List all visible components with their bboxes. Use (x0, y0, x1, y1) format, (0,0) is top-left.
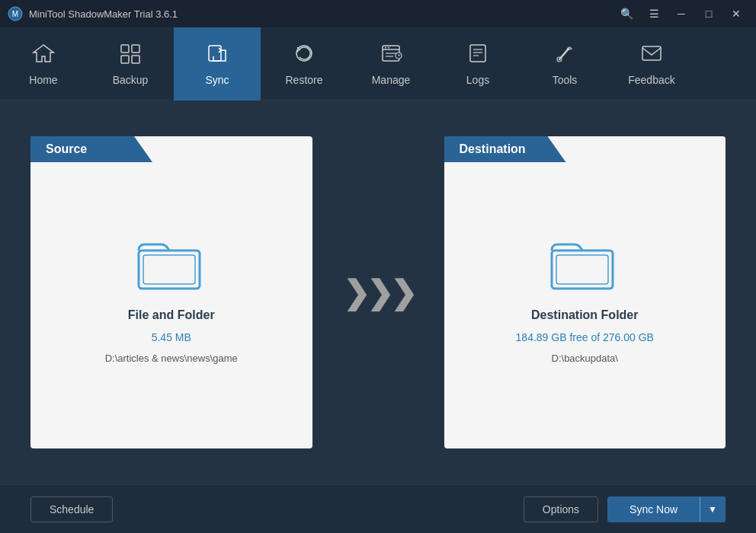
dropdown-arrow-icon: ▼ (708, 504, 717, 515)
logs-icon (466, 43, 489, 68)
svg-rect-25 (552, 251, 613, 289)
destination-free: 184.89 GB free of 276.00 GB (516, 331, 654, 343)
home-icon (32, 43, 55, 68)
nav-item-feedback[interactable]: Feedback (608, 27, 695, 101)
source-size: 5.45 MB (152, 331, 191, 343)
search-icon: 🔍 (620, 8, 633, 20)
close-icon: ✕ (732, 8, 741, 20)
nav-item-home[interactable]: Home (0, 27, 87, 101)
bottombar: Schedule Options Sync Now ▼ (0, 484, 756, 533)
sync-now-button[interactable]: Sync Now (607, 496, 700, 522)
nav-item-restore[interactable]: Restore (261, 27, 348, 101)
titlebar-menu-button[interactable]: ☰ (642, 4, 666, 24)
destination-folder-icon (550, 237, 619, 292)
nav-label-manage: Manage (372, 74, 411, 86)
options-button[interactable]: Options (524, 496, 598, 522)
nav-item-backup[interactable]: Backup (87, 27, 174, 101)
app-logo: M (8, 6, 23, 21)
destination-card[interactable]: Destination Destination Folder 184.89 GB… (444, 136, 726, 448)
titlebar-title: MiniTool ShadowMaker Trial 3.6.1 (29, 8, 178, 20)
svg-point-10 (385, 46, 386, 48)
nav-label-backup: Backup (113, 74, 149, 86)
sync-now-dropdown-button[interactable]: ▼ (700, 496, 726, 522)
titlebar-left: M MiniTool ShadowMaker Trial 3.6.1 (8, 6, 178, 21)
svg-rect-17 (470, 45, 485, 62)
minimize-icon: ─ (678, 8, 685, 20)
svg-rect-26 (556, 255, 608, 284)
nav-item-logs[interactable]: Logs (434, 27, 521, 101)
nav-item-sync[interactable]: Sync (174, 27, 261, 101)
nav-label-logs: Logs (466, 74, 489, 86)
destination-path: D:\backupdata\ (552, 353, 618, 364)
nav-label-home: Home (29, 74, 57, 86)
source-title: File and Folder (128, 308, 215, 322)
svg-rect-24 (143, 255, 195, 284)
sync-now-group: Sync Now ▼ (607, 496, 726, 522)
sync-icon (206, 43, 229, 68)
svg-rect-3 (132, 45, 139, 53)
svg-rect-2 (121, 45, 129, 53)
nav-label-sync: Sync (205, 74, 229, 86)
titlebar-search-button[interactable]: 🔍 (614, 4, 639, 24)
destination-header: Destination (444, 136, 566, 162)
svg-text:M: M (12, 10, 18, 18)
titlebar: M MiniTool ShadowMaker Trial 3.6.1 🔍 ☰ ─… (0, 0, 756, 27)
nav-item-tools[interactable]: Tools (521, 27, 608, 101)
sync-arrow: ❯❯❯ (343, 274, 414, 311)
tools-icon (553, 43, 576, 68)
nav-item-manage[interactable]: Manage (348, 27, 434, 101)
source-folder-icon (137, 237, 206, 292)
close-button[interactable]: ✕ (724, 4, 748, 24)
source-path: D:\articles & news\news\game (105, 353, 238, 364)
svg-rect-23 (139, 251, 200, 289)
source-header: Source (30, 136, 152, 162)
backup-icon (119, 43, 142, 68)
svg-rect-5 (132, 56, 139, 63)
schedule-button[interactable]: Schedule (30, 496, 113, 522)
titlebar-controls: 🔍 ☰ ─ □ ✕ (614, 4, 748, 24)
manage-icon (380, 43, 402, 68)
maximize-icon: □ (706, 8, 712, 20)
svg-rect-22 (642, 46, 661, 60)
nav-label-restore: Restore (285, 74, 322, 86)
navbar: Home Backup Sync (0, 27, 756, 101)
destination-content: Destination Folder 184.89 GB free of 276… (516, 237, 654, 364)
right-buttons: Options Sync Now ▼ (524, 496, 726, 522)
nav-label-tools: Tools (553, 74, 578, 86)
menu-icon: ☰ (649, 8, 659, 20)
nav-label-feedback: Feedback (628, 74, 674, 86)
source-card[interactable]: Source File and Folder 5.45 MB D:\articl… (30, 136, 312, 448)
svg-rect-4 (121, 56, 129, 63)
restore-icon (293, 43, 316, 68)
destination-title: Destination Folder (531, 308, 638, 322)
maximize-button[interactable]: □ (697, 4, 721, 24)
svg-point-11 (388, 46, 389, 48)
feedback-icon (640, 43, 663, 68)
source-content: File and Folder 5.45 MB D:\articles & ne… (105, 237, 238, 364)
main-content: Source File and Folder 5.45 MB D:\articl… (0, 101, 756, 484)
arrow-icon: ❯❯❯ (343, 274, 414, 311)
minimize-button[interactable]: ─ (669, 4, 694, 24)
